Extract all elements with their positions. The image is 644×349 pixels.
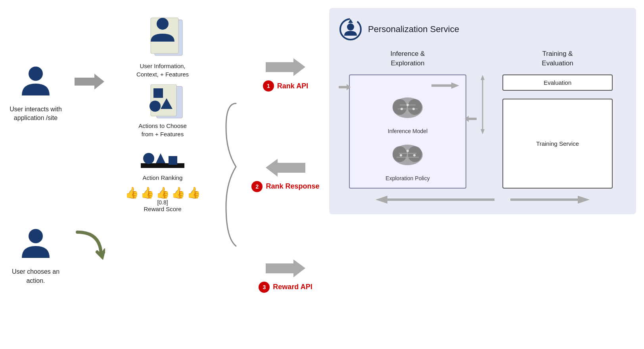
evaluation-label: Evaluation xyxy=(544,79,571,86)
thumbs-row: 👍 👍 👍 👍 👍 xyxy=(125,186,201,199)
training-title: Training & Evaluation xyxy=(542,49,573,68)
svg-point-0 xyxy=(29,67,43,81)
training-service-label: Training Service xyxy=(536,140,579,147)
inference-column: Inference & Exploration xyxy=(339,49,477,189)
svg-marker-44 xyxy=(481,75,485,80)
from-training-arrow xyxy=(465,115,477,124)
rank-api-block: 1 Rank API xyxy=(263,56,308,92)
svg-point-35 xyxy=(393,146,407,162)
svg-rect-9 xyxy=(153,88,163,98)
rank-response-text: Rank Response xyxy=(266,182,319,191)
reward-api-text: Reward API xyxy=(273,283,312,291)
svg-point-13 xyxy=(143,153,154,164)
svg-point-1 xyxy=(29,229,43,243)
inference-model-visual xyxy=(388,95,427,122)
svg-marker-23 xyxy=(431,82,459,89)
ranking-visual xyxy=(137,143,188,173)
reward-api-block: 3 Reward API xyxy=(259,257,312,293)
into-inference-arrow xyxy=(339,83,351,93)
ps-title-row: Personalization Service xyxy=(339,17,627,41)
personalization-box: Personalization Service Inference & Expl… xyxy=(329,8,636,214)
svg-point-41 xyxy=(400,154,402,156)
curved-arrow-icon xyxy=(73,228,105,269)
evaluation-box: Evaluation xyxy=(502,74,613,91)
svg-point-25 xyxy=(393,99,407,115)
thumb3: 👍 xyxy=(156,186,170,199)
exploration-policy-visual xyxy=(388,142,427,170)
svg-rect-15 xyxy=(169,156,177,165)
user-icon-bottom xyxy=(18,226,54,263)
ps-icon xyxy=(339,17,362,41)
svg-marker-16 xyxy=(266,58,305,76)
ps-inner-cols: Inference & Exploration xyxy=(339,49,627,189)
thumb2: 👍 xyxy=(140,186,154,199)
left-section: User interacts with application /site Us… xyxy=(0,0,71,349)
user-block-top: User interacts with application /site xyxy=(10,64,62,123)
reward-score-value: [0.8] xyxy=(157,199,168,206)
ps-title: Personalization Service xyxy=(368,24,459,34)
svg-point-42 xyxy=(413,154,416,156)
training-column: Training & Evaluation Evaluation Trainin… xyxy=(489,49,627,189)
transition-arrows xyxy=(71,0,107,349)
svg-marker-22 xyxy=(339,84,351,90)
reward-block: 👍 👍 👍 👍 👍 [0.8] Reward Score xyxy=(125,186,201,212)
svg-point-40 xyxy=(406,150,409,152)
personalization-section: Personalization Service Inference & Expl… xyxy=(329,0,644,349)
svg-marker-33 xyxy=(465,116,477,122)
svg-point-31 xyxy=(401,108,403,110)
inference-model-label: Inference Model xyxy=(388,128,427,134)
ps-between-arrows xyxy=(477,49,489,189)
svg-point-10 xyxy=(150,101,161,112)
svg-marker-47 xyxy=(510,196,590,204)
main-container: User interacts with application /site Us… xyxy=(0,0,644,349)
svg-marker-2 xyxy=(75,74,104,90)
thumb4: 👍 xyxy=(171,186,185,199)
api-section: 1 Rank API 2 Rank Response 3 Reward API xyxy=(242,0,329,349)
training-service-box: Training Service xyxy=(502,99,613,189)
inference-box: Inference Model xyxy=(349,74,466,189)
features-visual xyxy=(137,12,188,59)
svg-point-32 xyxy=(412,108,415,110)
user-icon-top xyxy=(18,64,54,101)
svg-marker-45 xyxy=(481,129,485,134)
svg-marker-17 xyxy=(266,159,305,177)
thumb1: 👍 xyxy=(125,186,139,199)
ranking-block: Action Ranking xyxy=(137,143,188,181)
svg-point-26 xyxy=(408,99,422,115)
svg-point-21 xyxy=(347,23,354,31)
rank-api-number: 1 xyxy=(263,80,274,92)
exploration-policy-label: Exploration Policy xyxy=(385,175,429,181)
inference-title: Inference & Exploration xyxy=(391,49,425,68)
svg-rect-12 xyxy=(141,163,184,168)
actions-label: Actions to Choose from + Features xyxy=(138,122,187,138)
middle-content: User Information, Context, + Features xyxy=(107,0,218,349)
features-label: User Information, Context, + Features xyxy=(136,62,189,78)
rank-response-block: 2 Rank Response xyxy=(251,157,319,192)
svg-point-6 xyxy=(157,18,169,30)
user-block-bottom: User chooses an action. xyxy=(12,226,59,285)
svg-marker-46 xyxy=(376,196,494,204)
user2-label: User chooses an action. xyxy=(12,267,59,285)
svg-marker-14 xyxy=(156,153,165,163)
user1-label: User interacts with application /site xyxy=(10,105,62,123)
reward-label: Reward Score xyxy=(144,206,181,212)
actions-block: Actions to Choose from + Features xyxy=(137,84,188,138)
arrow-right-icon xyxy=(75,72,104,93)
features-block: User Information, Context, + Features xyxy=(136,12,189,78)
rank-response-number: 2 xyxy=(251,181,263,192)
svg-point-36 xyxy=(408,146,422,162)
svg-marker-18 xyxy=(266,259,305,277)
thumb5: 👍 xyxy=(187,186,201,199)
actions-visual xyxy=(137,84,188,120)
svg-point-30 xyxy=(406,104,409,106)
rank-api-text: Rank API xyxy=(277,82,308,90)
brace-section xyxy=(218,0,242,349)
reward-api-number: 3 xyxy=(259,282,270,293)
ranking-label: Action Ranking xyxy=(143,174,183,181)
bottom-arrows-row xyxy=(339,195,627,205)
